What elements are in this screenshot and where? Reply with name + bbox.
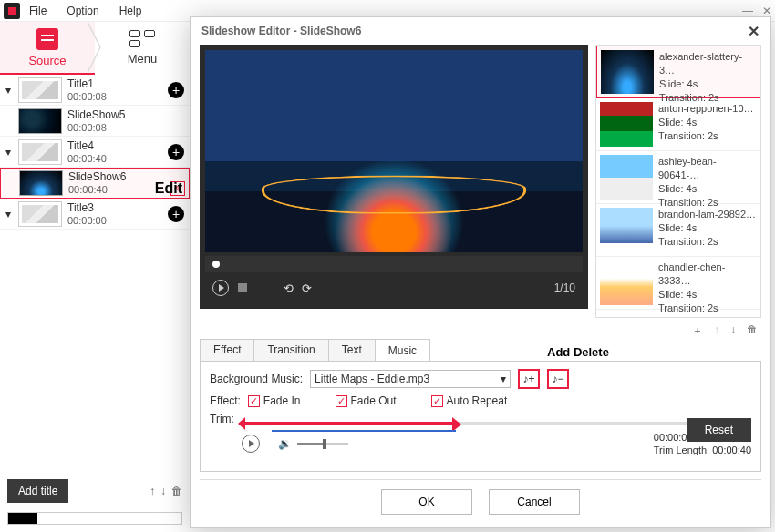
fadein-checkbox[interactable]: ✓Fade In	[248, 394, 301, 407]
slide-duration: Slide: 4s	[659, 77, 756, 91]
slide-thumb	[600, 261, 653, 305]
fadeout-checkbox[interactable]: ✓Fade Out	[336, 394, 397, 407]
play-icon[interactable]	[212, 280, 229, 296]
menu-option[interactable]: Option	[67, 5, 98, 17]
slide-list[interactable]: alexander-slattery-3… Slide: 4s Transiti…	[595, 45, 761, 318]
dialog-title: Slideshow Editor - SlideShow6	[202, 25, 361, 37]
bgm-value: Little Maps - Eddie.mp3	[315, 373, 429, 385]
main-tabs: Source Menu	[0, 22, 190, 73]
trim-play-icon[interactable]	[242, 435, 260, 453]
slide-row-selected[interactable]: SlideShow6 00:00:40 ✎	[0, 168, 190, 199]
title-thumb	[18, 77, 62, 103]
item-time: 00:00:40	[67, 152, 168, 165]
slide-info: alexander-slattery-3… Slide: 4s Transiti…	[659, 50, 756, 94]
slide-info: brandon-lam-29892… Slide: 4s Transition:…	[658, 208, 757, 252]
add-button[interactable]: +	[168, 82, 184, 98]
volume-icon: 🔉	[278, 437, 292, 450]
item-time: 00:00:08	[67, 121, 184, 134]
slide-thumb	[18, 108, 62, 134]
source-list: ▾ Title1 00:00:08 + SlideShow5 00:00:08 …	[0, 75, 190, 230]
slide-row[interactable]: SlideShow5 00:00:08	[0, 106, 190, 137]
item-name: Title1	[67, 77, 168, 90]
close-icon[interactable]: ✕	[748, 23, 760, 40]
list-item[interactable]: brandon-lam-29892… Slide: 4s Transition:…	[596, 204, 760, 257]
dialog-title-bar: Slideshow Editor - SlideShow6 ✕	[191, 17, 770, 45]
preview-timeline[interactable]	[205, 256, 583, 272]
item-time: 00:00:40	[68, 183, 183, 196]
slide-thumb	[601, 50, 654, 94]
add-slide-icon[interactable]: ＋	[692, 323, 703, 333]
slide-duration: Slide: 4s	[658, 221, 757, 235]
tab-menu[interactable]: Menu	[95, 22, 190, 73]
slides-column: alexander-slattery-3… Slide: 4s Transiti…	[595, 45, 761, 333]
add-button[interactable]: +	[168, 206, 184, 222]
minimize-icon[interactable]: —	[742, 5, 753, 17]
trash-icon[interactable]: 🗑	[747, 323, 758, 333]
progress-bar[interactable]	[7, 512, 182, 525]
delete-music-button[interactable]: ♪−	[547, 369, 569, 389]
stop-icon[interactable]	[238, 283, 247, 292]
preview-player: ⟲ ⟳ 1/10	[200, 45, 588, 309]
left-panel: Source Menu ▾ Title1 00:00:08 + SlideSho…	[0, 22, 190, 230]
slide-name: alexander-slattery-3…	[659, 50, 756, 77]
close-icon[interactable]: ✕	[762, 5, 771, 17]
move-down-icon[interactable]: ↓	[730, 323, 736, 333]
rotate-right-icon[interactable]: ⟳	[302, 281, 311, 295]
move-down-icon[interactable]: ↓	[160, 485, 166, 497]
volume-slider[interactable]: 🔉	[278, 437, 348, 450]
list-item[interactable]: chandler-chen-3333… Slide: 4s Transition…	[596, 257, 760, 310]
tab-music[interactable]: Music	[376, 341, 429, 362]
slide-name: brandon-lam-29892…	[658, 208, 757, 221]
dialog-footer: OK Cancel	[200, 479, 761, 527]
reset-button[interactable]: Reset	[687, 418, 751, 442]
ok-button[interactable]: OK	[381, 489, 472, 515]
row-text: Title3 00:00:00	[67, 201, 168, 227]
tab-effect[interactable]: Effect	[201, 340, 254, 361]
rotate-left-icon[interactable]: ⟲	[284, 281, 293, 295]
menu-file[interactable]: File	[29, 5, 46, 17]
add-button[interactable]: +	[168, 144, 184, 160]
tab-text[interactable]: Text	[329, 340, 376, 361]
tab-source-label: Source	[28, 54, 66, 67]
bgm-select[interactable]: Little Maps - Eddie.mp3 ▾	[310, 370, 511, 388]
list-item[interactable]: ashley-bean-90641-… Slide: 4s Transition…	[596, 151, 760, 204]
chevron-down-icon[interactable]: ▾	[4, 208, 13, 220]
list-item[interactable]: alexander-slattery-3… Slide: 4s Transiti…	[596, 46, 760, 98]
slide-name: chandler-chen-3333…	[658, 261, 757, 288]
edit-icon[interactable]: ✎	[170, 181, 185, 196]
slide-name: ashley-bean-90641-…	[658, 155, 757, 182]
title-row[interactable]: ▾ Title1 00:00:08 +	[0, 75, 190, 106]
title-row[interactable]: ▾ Title3 00:00:00 + Edit	[0, 199, 190, 230]
chevron-down-icon[interactable]: ▾	[4, 146, 13, 159]
trash-icon[interactable]: 🗑	[171, 485, 182, 497]
slide-list-controls: ＋ ↑ ↓ 🗑	[595, 318, 761, 333]
chevron-down-icon: ▾	[501, 373, 506, 385]
editor-sub-tabs: Effect Transition Text Music	[200, 339, 430, 361]
slide-duration: Slide: 4s	[658, 116, 757, 129]
slide-thumb	[600, 102, 653, 147]
move-up-icon[interactable]: ↑	[714, 323, 719, 333]
row-text: Title4 00:00:40	[67, 139, 168, 165]
music-pane: Add Delete Background Music: Little Maps…	[200, 361, 761, 472]
preview-column: ⟲ ⟳ 1/10	[200, 45, 588, 333]
trim-slider[interactable]	[242, 422, 751, 425]
add-music-button[interactable]: ♪+	[518, 369, 540, 389]
list-item[interactable]: anton-repponen-10… Slide: 4s Transition:…	[596, 98, 760, 151]
chevron-down-icon[interactable]: ▾	[4, 84, 13, 97]
cancel-button[interactable]: Cancel	[489, 489, 580, 515]
slide-info: ashley-bean-90641-… Slide: 4s Transition…	[658, 155, 757, 200]
add-delete-caption: Add Delete	[547, 345, 609, 359]
menu-help[interactable]: Help	[119, 5, 142, 17]
add-title-button[interactable]: Add title	[7, 479, 68, 503]
slide-info: chandler-chen-3333… Slide: 4s Transition…	[658, 261, 757, 305]
tab-transition[interactable]: Transition	[254, 340, 328, 361]
preview-controls: ⟲ ⟳ 1/10	[205, 272, 583, 303]
item-name: Title3	[67, 201, 168, 214]
tab-source[interactable]: Source	[0, 22, 95, 73]
title-row[interactable]: ▾ Title4 00:00:40 +	[0, 137, 190, 168]
move-up-icon[interactable]: ↑	[150, 485, 155, 497]
slide-name: anton-repponen-10…	[658, 102, 757, 116]
left-panel-footer: Add title ↑ ↓ 🗑	[0, 472, 190, 532]
autorepeat-checkbox[interactable]: ✓Auto Repeat	[431, 394, 508, 407]
item-name: Title4	[67, 139, 168, 152]
